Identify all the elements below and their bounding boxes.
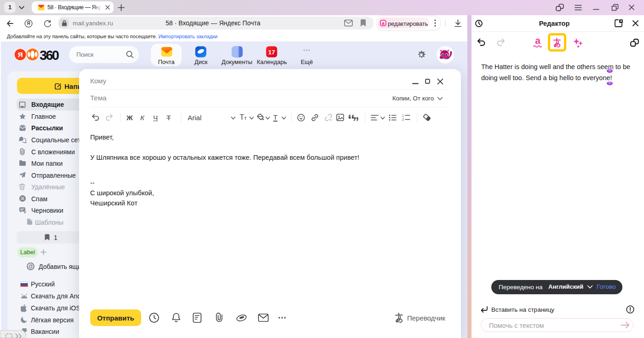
svg-text:Я: Я (27, 21, 30, 26)
svg-text:1: 1 (402, 114, 404, 117)
svg-text:2: 2 (402, 118, 404, 121)
svg-text:360: 360 (40, 48, 59, 62)
svg-text:17: 17 (268, 49, 275, 56)
svg-text:@: @ (28, 263, 33, 269)
svg-text:Я: Я (17, 51, 23, 58)
